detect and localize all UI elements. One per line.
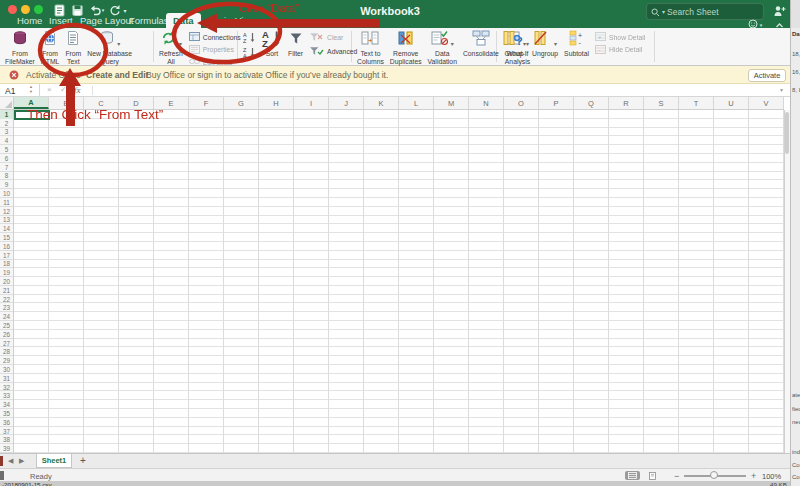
row-header-3[interactable]: 3 bbox=[0, 128, 13, 137]
formula-bar-expand-caret[interactable]: ▼ bbox=[779, 87, 784, 93]
column-header-p[interactable]: P bbox=[539, 97, 574, 109]
row-header-34[interactable]: 34 bbox=[0, 400, 13, 409]
name-box[interactable]: A1 bbox=[0, 84, 40, 97]
name-box-stepper[interactable]: ▲▼ bbox=[29, 85, 33, 95]
column-header-u[interactable]: U bbox=[714, 97, 749, 109]
column-header-f[interactable]: F bbox=[189, 97, 224, 109]
column-header-g[interactable]: G bbox=[224, 97, 259, 109]
row-header-25[interactable]: 25 bbox=[0, 321, 13, 330]
dropdown-caret-icon[interactable]: ▾ bbox=[523, 40, 526, 49]
row-header-2[interactable]: 2 bbox=[0, 119, 13, 128]
row-header-19[interactable]: 19 bbox=[0, 268, 13, 277]
column-header-r[interactable]: R bbox=[609, 97, 644, 109]
row-header-27[interactable]: 27 bbox=[0, 339, 13, 348]
column-header-v[interactable]: V bbox=[749, 97, 784, 109]
column-header-m[interactable]: M bbox=[434, 97, 469, 109]
row-header-33[interactable]: 33 bbox=[0, 392, 13, 401]
normal-view-button[interactable] bbox=[625, 471, 640, 480]
column-header-e[interactable]: E bbox=[154, 97, 189, 109]
dropdown-caret-icon[interactable]: ▾ bbox=[554, 40, 557, 49]
ribbon-tab-data[interactable]: Data bbox=[166, 13, 201, 28]
row-header-8[interactable]: 8 bbox=[0, 172, 13, 181]
ribbon-data-validation-button[interactable]: ▾Data Validation bbox=[428, 30, 457, 66]
ribbon-ungroup-button[interactable]: ▾Ungroup bbox=[532, 30, 558, 58]
column-header-c[interactable]: C bbox=[84, 97, 119, 109]
select-all-corner[interactable] bbox=[0, 97, 14, 110]
ribbon-refresh-all-button[interactable]: ▾Refresh All bbox=[159, 30, 183, 66]
row-header-18[interactable]: 18 bbox=[0, 260, 13, 269]
row-header-1[interactable]: 1 bbox=[0, 110, 13, 119]
share-icon[interactable] bbox=[772, 4, 786, 18]
next-sheet-icon[interactable]: ▶ bbox=[19, 457, 24, 465]
row-header-6[interactable]: 6 bbox=[0, 154, 13, 163]
zoom-in-button[interactable]: + bbox=[751, 471, 756, 481]
zoom-slider-handle[interactable] bbox=[710, 471, 718, 479]
row-header-20[interactable]: 20 bbox=[0, 277, 13, 286]
add-sheet-button[interactable]: + bbox=[80, 455, 86, 466]
row-header-38[interactable]: 38 bbox=[0, 435, 13, 444]
column-header-a[interactable]: A bbox=[14, 97, 49, 109]
ribbon-from-filemaker-button[interactable]: From FileMaker bbox=[5, 30, 35, 66]
formula-input[interactable] bbox=[96, 84, 776, 96]
row-header-13[interactable]: 13 bbox=[0, 216, 13, 225]
spreadsheet-grid[interactable] bbox=[14, 110, 784, 453]
ribbon-new-database-query-button[interactable]: ▾New Database Query bbox=[87, 30, 132, 66]
row-header-14[interactable]: 14 bbox=[0, 224, 13, 233]
row-header-29[interactable]: 29 bbox=[0, 356, 13, 365]
column-header-q[interactable]: Q bbox=[574, 97, 609, 109]
zoom-out-button[interactable]: − bbox=[674, 471, 679, 481]
ribbon-advanced-button[interactable]: Advanced bbox=[309, 46, 357, 57]
ribbon-sort-descending-button[interactable]: ZA bbox=[243, 47, 256, 59]
row-header-7[interactable]: 7 bbox=[0, 163, 13, 172]
search-scope-caret[interactable]: ▾ bbox=[662, 8, 665, 15]
ribbon-filter-button[interactable]: Filter bbox=[288, 30, 303, 58]
insert-function-icon[interactable]: fx bbox=[74, 85, 81, 95]
ribbon-sort-ascending-button[interactable]: AZ bbox=[243, 32, 256, 44]
selected-cell-a1[interactable] bbox=[14, 110, 50, 120]
column-header-t[interactable]: T bbox=[679, 97, 714, 109]
row-header-5[interactable]: 5 bbox=[0, 145, 13, 154]
row-header-31[interactable]: 31 bbox=[0, 374, 13, 383]
row-header-12[interactable]: 12 bbox=[0, 207, 13, 216]
ribbon-text-to-columns-button[interactable]: Text to Columns bbox=[357, 30, 384, 66]
dropdown-caret-icon[interactable]: ▾ bbox=[451, 40, 454, 49]
column-header-k[interactable]: K bbox=[364, 97, 399, 109]
row-header-4[interactable]: 4 bbox=[0, 136, 13, 145]
column-header-i[interactable]: I bbox=[294, 97, 329, 109]
sheet-tab-sheet1[interactable]: Sheet1 bbox=[36, 454, 72, 468]
row-header-16[interactable]: 16 bbox=[0, 242, 13, 251]
vertical-scrollbar-thumb[interactable] bbox=[785, 112, 789, 154]
row-header-11[interactable]: 11 bbox=[0, 198, 13, 207]
page-layout-view-button[interactable] bbox=[645, 471, 660, 480]
row-header-15[interactable]: 15 bbox=[0, 233, 13, 242]
column-header-s[interactable]: S bbox=[644, 97, 679, 109]
dropdown-caret-icon[interactable]: ▾ bbox=[179, 40, 182, 49]
ribbon-group-button[interactable]: ▾Group bbox=[502, 30, 526, 58]
ribbon-tab-home[interactable]: Home bbox=[14, 13, 45, 28]
row-header-23[interactable]: 23 bbox=[0, 304, 13, 313]
ribbon-from-text-button[interactable]: From Text bbox=[65, 30, 81, 66]
ribbon-tab-formulas[interactable]: Formulas bbox=[126, 13, 172, 28]
ribbon-consolidate-button[interactable]: Consolidate bbox=[463, 30, 499, 58]
previous-sheet-icon[interactable]: ◀ bbox=[8, 457, 13, 465]
row-header-37[interactable]: 37 bbox=[0, 427, 13, 436]
row-header-21[interactable]: 21 bbox=[0, 286, 13, 295]
row-header-32[interactable]: 32 bbox=[0, 383, 13, 392]
ribbon-sort-button[interactable]: AZSort bbox=[262, 30, 282, 58]
ribbon-tab-view[interactable]: View bbox=[232, 13, 258, 28]
ribbon-connections-button[interactable]: Connections bbox=[189, 32, 241, 42]
row-header-9[interactable]: 9 bbox=[0, 180, 13, 189]
activate-button[interactable]: Activate bbox=[748, 69, 786, 82]
row-header-30[interactable]: 30 bbox=[0, 365, 13, 374]
column-header-d[interactable]: D bbox=[119, 97, 154, 109]
column-header-l[interactable]: L bbox=[399, 97, 434, 109]
row-header-35[interactable]: 35 bbox=[0, 409, 13, 418]
column-header-h[interactable]: H bbox=[259, 97, 294, 109]
column-header-b[interactable]: B bbox=[49, 97, 84, 109]
enter-icon[interactable]: ✓ bbox=[60, 85, 67, 94]
row-header-10[interactable]: 10 bbox=[0, 189, 13, 198]
row-header-36[interactable]: 36 bbox=[0, 418, 13, 427]
dropdown-caret-icon[interactable]: ▾ bbox=[117, 40, 120, 49]
ribbon-subtotal-button[interactable]: +-Subtotal bbox=[564, 30, 589, 58]
ribbon-from-html-button[interactable]: From HTML bbox=[41, 30, 60, 66]
